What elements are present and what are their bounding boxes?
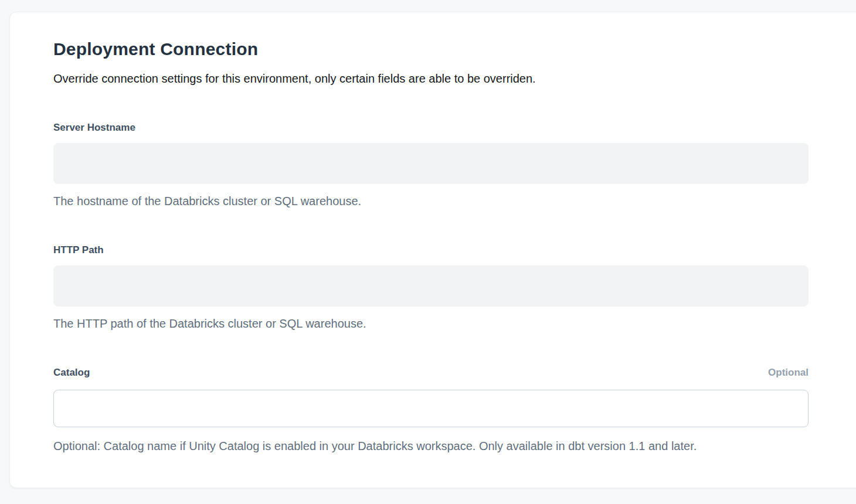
server-hostname-label-row: Server Hostname [53,121,809,134]
http-path-help-text: The HTTP path of the Databricks cluster … [53,316,809,332]
deployment-connection-card: Deployment Connection Override connectio… [9,12,856,488]
server-hostname-label: Server Hostname [53,121,135,134]
http-path-label: HTTP Path [53,244,104,257]
http-path-input [53,265,809,307]
catalog-help-text: Optional: Catalog name if Unity Catalog … [53,438,809,454]
page-subtitle: Override connection settings for this en… [53,70,809,87]
card-content: Deployment Connection Override connectio… [53,12,809,454]
catalog-optional-badge: Optional [768,366,809,379]
http-path-field-group: HTTP Path The HTTP path of the Databrick… [53,244,809,332]
catalog-field-group: Catalog Optional Optional: Catalog name … [53,366,809,454]
server-hostname-help-text: The hostname of the Databricks cluster o… [53,193,809,209]
page-title: Deployment Connection [53,38,809,60]
catalog-label: Catalog [53,366,90,379]
server-hostname-field-group: Server Hostname The hostname of the Data… [53,121,809,209]
catalog-label-row: Catalog Optional [53,366,809,379]
http-path-label-row: HTTP Path [53,244,809,257]
catalog-input[interactable] [53,390,809,427]
server-hostname-input [53,143,809,184]
